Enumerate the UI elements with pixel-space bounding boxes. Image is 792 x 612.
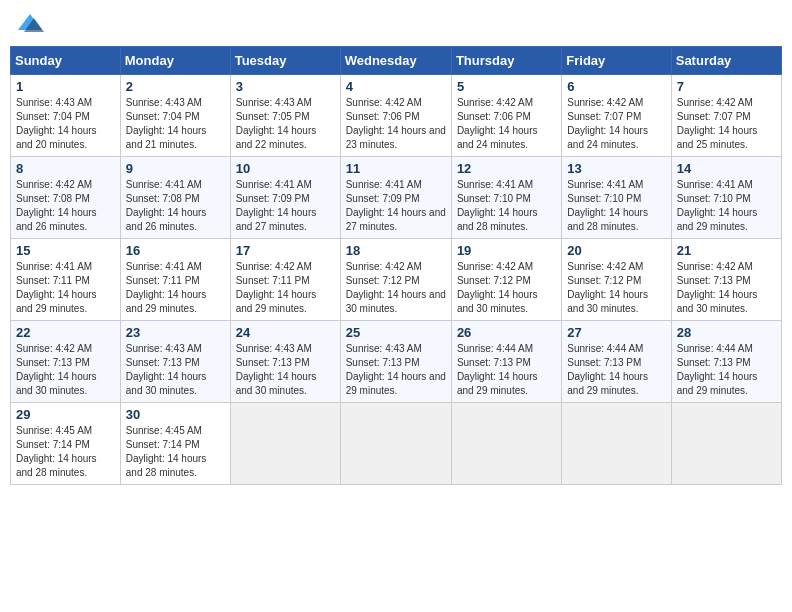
- day-info: Sunrise: 4:42 AMSunset: 7:13 PMDaylight:…: [16, 342, 115, 398]
- calendar-cell: 3Sunrise: 4:43 AMSunset: 7:05 PMDaylight…: [230, 75, 340, 157]
- day-info: Sunrise: 4:45 AMSunset: 7:14 PMDaylight:…: [16, 424, 115, 480]
- calendar-cell: 29Sunrise: 4:45 AMSunset: 7:14 PMDayligh…: [11, 403, 121, 485]
- day-number: 14: [677, 161, 776, 176]
- day-info: Sunrise: 4:42 AMSunset: 7:11 PMDaylight:…: [236, 260, 335, 316]
- calendar-cell: [340, 403, 451, 485]
- day-info: Sunrise: 4:41 AMSunset: 7:11 PMDaylight:…: [126, 260, 225, 316]
- logo: [14, 10, 50, 38]
- calendar-cell: 27Sunrise: 4:44 AMSunset: 7:13 PMDayligh…: [562, 321, 671, 403]
- weekday-header-wednesday: Wednesday: [340, 47, 451, 75]
- day-info: Sunrise: 4:42 AMSunset: 7:12 PMDaylight:…: [567, 260, 665, 316]
- calendar-cell: [671, 403, 781, 485]
- day-info: Sunrise: 4:43 AMSunset: 7:13 PMDaylight:…: [236, 342, 335, 398]
- day-info: Sunrise: 4:42 AMSunset: 7:13 PMDaylight:…: [677, 260, 776, 316]
- day-info: Sunrise: 4:42 AMSunset: 7:06 PMDaylight:…: [457, 96, 556, 152]
- day-number: 26: [457, 325, 556, 340]
- day-info: Sunrise: 4:43 AMSunset: 7:13 PMDaylight:…: [346, 342, 446, 398]
- day-info: Sunrise: 4:41 AMSunset: 7:10 PMDaylight:…: [677, 178, 776, 234]
- calendar-week-3: 15Sunrise: 4:41 AMSunset: 7:11 PMDayligh…: [11, 239, 782, 321]
- day-info: Sunrise: 4:44 AMSunset: 7:13 PMDaylight:…: [567, 342, 665, 398]
- calendar-cell: 20Sunrise: 4:42 AMSunset: 7:12 PMDayligh…: [562, 239, 671, 321]
- day-info: Sunrise: 4:42 AMSunset: 7:12 PMDaylight:…: [457, 260, 556, 316]
- day-info: Sunrise: 4:42 AMSunset: 7:07 PMDaylight:…: [677, 96, 776, 152]
- calendar-cell: 23Sunrise: 4:43 AMSunset: 7:13 PMDayligh…: [120, 321, 230, 403]
- calendar-cell: [230, 403, 340, 485]
- calendar-cell: 9Sunrise: 4:41 AMSunset: 7:08 PMDaylight…: [120, 157, 230, 239]
- calendar-cell: 4Sunrise: 4:42 AMSunset: 7:06 PMDaylight…: [340, 75, 451, 157]
- day-number: 2: [126, 79, 225, 94]
- calendar-table: SundayMondayTuesdayWednesdayThursdayFrid…: [10, 46, 782, 485]
- day-info: Sunrise: 4:43 AMSunset: 7:13 PMDaylight:…: [126, 342, 225, 398]
- day-number: 8: [16, 161, 115, 176]
- day-number: 15: [16, 243, 115, 258]
- calendar-cell: 1Sunrise: 4:43 AMSunset: 7:04 PMDaylight…: [11, 75, 121, 157]
- day-number: 12: [457, 161, 556, 176]
- day-info: Sunrise: 4:41 AMSunset: 7:10 PMDaylight:…: [457, 178, 556, 234]
- day-number: 18: [346, 243, 446, 258]
- day-number: 4: [346, 79, 446, 94]
- calendar-cell: 15Sunrise: 4:41 AMSunset: 7:11 PMDayligh…: [11, 239, 121, 321]
- day-info: Sunrise: 4:43 AMSunset: 7:04 PMDaylight:…: [16, 96, 115, 152]
- calendar-cell: [562, 403, 671, 485]
- day-info: Sunrise: 4:41 AMSunset: 7:09 PMDaylight:…: [346, 178, 446, 234]
- calendar-cell: 26Sunrise: 4:44 AMSunset: 7:13 PMDayligh…: [451, 321, 561, 403]
- weekday-header-sunday: Sunday: [11, 47, 121, 75]
- calendar-cell: 5Sunrise: 4:42 AMSunset: 7:06 PMDaylight…: [451, 75, 561, 157]
- calendar-week-2: 8Sunrise: 4:42 AMSunset: 7:08 PMDaylight…: [11, 157, 782, 239]
- day-number: 20: [567, 243, 665, 258]
- day-number: 25: [346, 325, 446, 340]
- day-number: 30: [126, 407, 225, 422]
- day-number: 1: [16, 79, 115, 94]
- calendar-cell: 6Sunrise: 4:42 AMSunset: 7:07 PMDaylight…: [562, 75, 671, 157]
- calendar-cell: 22Sunrise: 4:42 AMSunset: 7:13 PMDayligh…: [11, 321, 121, 403]
- day-number: 19: [457, 243, 556, 258]
- day-number: 3: [236, 79, 335, 94]
- calendar-cell: 17Sunrise: 4:42 AMSunset: 7:11 PMDayligh…: [230, 239, 340, 321]
- calendar-cell: 13Sunrise: 4:41 AMSunset: 7:10 PMDayligh…: [562, 157, 671, 239]
- page-header: [10, 10, 782, 38]
- weekday-header-saturday: Saturday: [671, 47, 781, 75]
- calendar-header-row: SundayMondayTuesdayWednesdayThursdayFrid…: [11, 47, 782, 75]
- weekday-header-thursday: Thursday: [451, 47, 561, 75]
- calendar-cell: 21Sunrise: 4:42 AMSunset: 7:13 PMDayligh…: [671, 239, 781, 321]
- calendar-cell: 28Sunrise: 4:44 AMSunset: 7:13 PMDayligh…: [671, 321, 781, 403]
- calendar-body: 1Sunrise: 4:43 AMSunset: 7:04 PMDaylight…: [11, 75, 782, 485]
- day-info: Sunrise: 4:42 AMSunset: 7:08 PMDaylight:…: [16, 178, 115, 234]
- calendar-cell: 8Sunrise: 4:42 AMSunset: 7:08 PMDaylight…: [11, 157, 121, 239]
- logo-icon: [14, 10, 46, 38]
- day-number: 28: [677, 325, 776, 340]
- calendar-cell: 14Sunrise: 4:41 AMSunset: 7:10 PMDayligh…: [671, 157, 781, 239]
- day-number: 10: [236, 161, 335, 176]
- calendar-cell: 12Sunrise: 4:41 AMSunset: 7:10 PMDayligh…: [451, 157, 561, 239]
- day-number: 23: [126, 325, 225, 340]
- day-number: 17: [236, 243, 335, 258]
- day-info: Sunrise: 4:41 AMSunset: 7:09 PMDaylight:…: [236, 178, 335, 234]
- calendar-cell: 24Sunrise: 4:43 AMSunset: 7:13 PMDayligh…: [230, 321, 340, 403]
- day-info: Sunrise: 4:43 AMSunset: 7:05 PMDaylight:…: [236, 96, 335, 152]
- day-info: Sunrise: 4:42 AMSunset: 7:06 PMDaylight:…: [346, 96, 446, 152]
- calendar-cell: 7Sunrise: 4:42 AMSunset: 7:07 PMDaylight…: [671, 75, 781, 157]
- calendar-cell: 25Sunrise: 4:43 AMSunset: 7:13 PMDayligh…: [340, 321, 451, 403]
- calendar-week-5: 29Sunrise: 4:45 AMSunset: 7:14 PMDayligh…: [11, 403, 782, 485]
- calendar-cell: 10Sunrise: 4:41 AMSunset: 7:09 PMDayligh…: [230, 157, 340, 239]
- weekday-header-friday: Friday: [562, 47, 671, 75]
- day-number: 11: [346, 161, 446, 176]
- day-number: 16: [126, 243, 225, 258]
- calendar-cell: 19Sunrise: 4:42 AMSunset: 7:12 PMDayligh…: [451, 239, 561, 321]
- weekday-header-tuesday: Tuesday: [230, 47, 340, 75]
- day-info: Sunrise: 4:44 AMSunset: 7:13 PMDaylight:…: [457, 342, 556, 398]
- day-number: 29: [16, 407, 115, 422]
- day-number: 22: [16, 325, 115, 340]
- calendar-cell: 11Sunrise: 4:41 AMSunset: 7:09 PMDayligh…: [340, 157, 451, 239]
- day-number: 27: [567, 325, 665, 340]
- day-info: Sunrise: 4:45 AMSunset: 7:14 PMDaylight:…: [126, 424, 225, 480]
- day-number: 13: [567, 161, 665, 176]
- calendar-cell: 16Sunrise: 4:41 AMSunset: 7:11 PMDayligh…: [120, 239, 230, 321]
- weekday-header-monday: Monday: [120, 47, 230, 75]
- day-number: 9: [126, 161, 225, 176]
- day-info: Sunrise: 4:43 AMSunset: 7:04 PMDaylight:…: [126, 96, 225, 152]
- calendar-week-4: 22Sunrise: 4:42 AMSunset: 7:13 PMDayligh…: [11, 321, 782, 403]
- calendar-week-1: 1Sunrise: 4:43 AMSunset: 7:04 PMDaylight…: [11, 75, 782, 157]
- day-info: Sunrise: 4:41 AMSunset: 7:08 PMDaylight:…: [126, 178, 225, 234]
- day-number: 21: [677, 243, 776, 258]
